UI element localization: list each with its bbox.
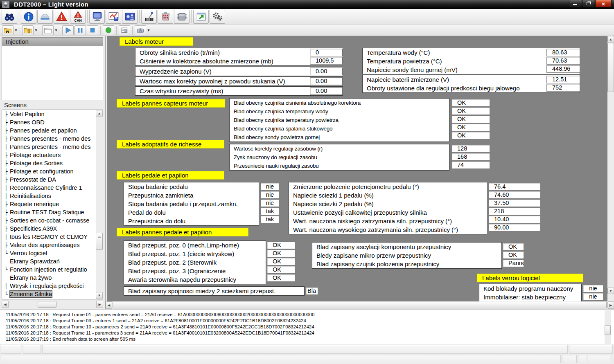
sidebar-item-label: Pannes pedale et papilon <box>10 127 77 134</box>
sidebar-item[interactable]: ├Specificities A39X <box>2 225 103 233</box>
vehicle-button[interactable] <box>37 10 53 24</box>
sidebar-item[interactable]: ├Pilotage des Sorties <box>2 159 103 167</box>
open-vehicle-folder-button[interactable] <box>2 25 14 35</box>
screenshot-button[interactable] <box>135 25 146 35</box>
param-label: Przepustnica do dolu <box>124 217 259 225</box>
close-icon <box>601 0 605 7</box>
tree-line: └ <box>5 249 10 257</box>
sidebar-item[interactable]: ├tous les REGMOY et CLMOY <box>2 233 103 241</box>
log-scrollbar[interactable] <box>605 310 611 344</box>
param-value: OK <box>267 258 296 265</box>
sidebar-h-scrollbar[interactable] <box>2 301 103 308</box>
sidebar-item[interactable]: ├Pressostat de DA <box>2 175 103 184</box>
sidebar-item-label: Pilotage des Sorties <box>10 160 63 166</box>
play-icon <box>64 26 72 34</box>
open-add-folder-dropdown[interactable] <box>34 26 38 35</box>
param-value: nie <box>260 199 280 207</box>
param-label: Przepustnica zamknieta <box>124 191 259 200</box>
tree-scrollbar[interactable] <box>96 110 103 299</box>
scroll-up-button[interactable] <box>96 110 103 117</box>
sidebar-item[interactable]: Ekrany na żywo <box>2 274 103 282</box>
sidebar-item-label: Pilotage et configuration <box>10 168 74 175</box>
sidebar-item[interactable]: ├Sorties en co-ccbat - ccmasse <box>2 216 103 225</box>
param-value: nie <box>260 183 280 191</box>
open-vehicle-folder-dropdown[interactable] <box>14 26 18 35</box>
pedale-right-values: 76.474.6037.5021810.4090.00 <box>488 182 541 232</box>
param-value: 0.00 <box>310 87 343 95</box>
monitor-button[interactable] <box>89 10 105 24</box>
record-icon <box>104 26 113 34</box>
log-line: 11/05/2016 20:17:18 : Request Trame 11 -… <box>0 330 614 336</box>
screenshot-dropdown[interactable] <box>147 26 151 35</box>
settings-button[interactable] <box>210 10 225 24</box>
probe-button[interactable] <box>141 10 157 24</box>
toolbar-separator <box>19 10 19 23</box>
scroll-right-button[interactable] <box>96 301 103 308</box>
minimize-button[interactable] <box>569 0 581 7</box>
sidebar-item[interactable]: Ekrany Sprawdzań <box>2 257 103 265</box>
play-button[interactable] <box>62 25 74 35</box>
param-label: Wart. nauczona wysokiego zatrzymania sil… <box>289 225 487 234</box>
sidebar-item[interactable]: ├Reconnaissance Cylindre 1 <box>2 184 103 192</box>
tree-line: ├ <box>5 110 10 118</box>
main-v-scrollbar[interactable] <box>607 36 614 294</box>
connector-button[interactable] <box>158 10 173 24</box>
tree-line: ├ <box>5 217 10 225</box>
control-panel-button[interactable] <box>122 10 138 24</box>
pause-button[interactable] <box>74 25 86 35</box>
chart-save-button[interactable] <box>106 10 121 24</box>
search-button[interactable] <box>2 10 17 24</box>
open-folder-button[interactable] <box>42 25 54 35</box>
sidebar-item[interactable]: └Verrou logiciel <box>2 249 103 257</box>
scroll-down-button[interactable] <box>96 292 103 299</box>
scrollbar-thumb[interactable] <box>113 302 607 308</box>
scrollbar-thumb[interactable] <box>605 325 611 335</box>
window-resize-button[interactable] <box>193 10 209 24</box>
form-view-button[interactable] <box>119 25 130 35</box>
close-button[interactable] <box>595 0 612 7</box>
sidebar-item[interactable]: ├Pannes OBD <box>2 118 103 126</box>
param-label: Pedal do dolu <box>124 208 259 217</box>
tree-line: ├ <box>5 209 10 216</box>
scroll-up-button[interactable] <box>607 36 614 43</box>
info-button[interactable] <box>21 10 36 24</box>
sidebar-item[interactable]: ├Pilotage et configuration <box>2 167 103 175</box>
sidebar-item[interactable]: ├Routine TEST Diag Statique <box>2 208 103 216</box>
can-alert-button[interactable]: CAN <box>70 10 86 24</box>
open-add-folder-button[interactable] <box>22 25 34 35</box>
param-label: Stopa badania pedalu i przepust.zamkn. <box>124 200 259 208</box>
param-label: Blad przepust. poz. 0 (mech.Limp-home) <box>124 241 266 249</box>
sidebar-item[interactable]: └Zmienne Silnika <box>2 290 103 298</box>
sidebar-item[interactable]: ├Reinitialisations <box>2 192 103 200</box>
sidebar-item-label: Pannes presentes - memo des <box>10 144 90 150</box>
scroll-down-button[interactable] <box>607 288 614 294</box>
scroll-left-button[interactable] <box>2 301 9 308</box>
screens-label: Screens <box>4 101 27 108</box>
scrollbar-thumb[interactable] <box>96 233 103 250</box>
sidebar-item[interactable]: └Fonction injection et regulatio <box>2 265 103 274</box>
sidebar-item[interactable]: ├Pannes presentes - memo des <box>2 135 103 143</box>
richesse-box: Wartosc korekty regulacji zasobow (r)Zys… <box>229 144 449 171</box>
sidebar-item[interactable]: ├Pannes presentes - memo des <box>2 143 103 151</box>
connector-icon <box>160 11 171 22</box>
record-button[interactable] <box>103 25 114 35</box>
monitor-icon <box>92 11 103 22</box>
sidebar-item[interactable]: ├Pilotage actuateurs <box>2 151 103 159</box>
toolbar-separator <box>191 10 192 23</box>
scroll-right-button[interactable] <box>607 301 614 309</box>
scroll-left-button[interactable] <box>106 301 112 309</box>
sidebar-item[interactable]: ├Requete renerique <box>2 200 103 208</box>
sidebar-item[interactable]: ├Wtrysk i regulacja prędkości <box>2 282 103 290</box>
alert-button[interactable] <box>54 10 69 24</box>
sidebar-item[interactable]: ├Volet Papilon <box>2 110 103 118</box>
maximize-button[interactable] <box>582 0 594 7</box>
status-cell <box>588 355 610 363</box>
sidebar-item[interactable]: ├Valeur des apprentissages <box>2 241 103 249</box>
stop-button[interactable] <box>87 25 98 35</box>
sidebar-item[interactable]: ├Pannes pedale et papilon <box>2 126 103 135</box>
chip-button[interactable] <box>174 10 190 24</box>
open-folder-dropdown[interactable] <box>54 26 58 35</box>
main-h-scrollbar[interactable] <box>106 301 614 309</box>
scrollbar-thumb[interactable] <box>38 301 56 308</box>
scrollbar-thumb[interactable] <box>607 43 614 92</box>
